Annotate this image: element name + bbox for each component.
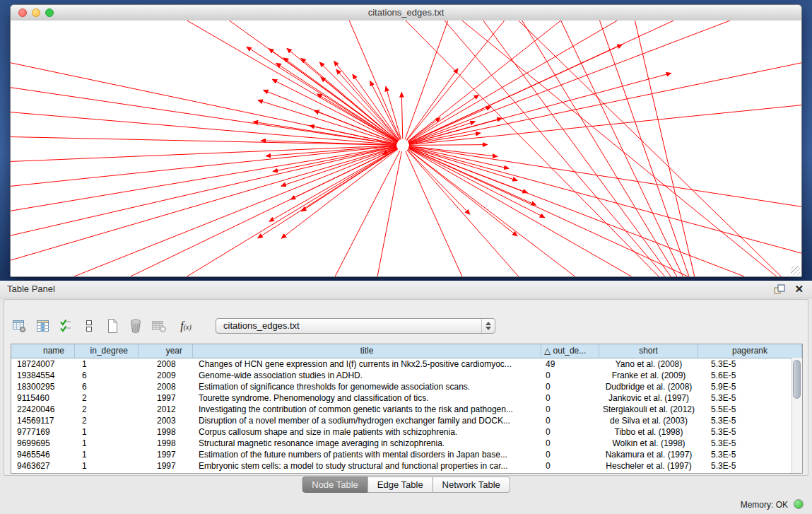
table-cell: Dudbridge et al. (2008) [599, 381, 698, 392]
table-row[interactable]: 977716911998Corpus callosum shape and si… [11, 426, 802, 438]
table-cell: 1 [75, 358, 139, 370]
table-cell: Tibbo et al. (1998) [599, 426, 698, 438]
table-cell: 14569117 [11, 415, 75, 426]
application-window: citations_edges.txt [0, 0, 812, 514]
create-table-button[interactable] [104, 318, 121, 334]
table-cell: 5.3E-5 [698, 460, 802, 472]
table-row[interactable]: 946362711997Embryonic stem cells: a mode… [11, 460, 802, 472]
function-icon: f(x) [180, 320, 192, 332]
table-cell: 1 [75, 460, 139, 472]
table-cell: 18300295 [11, 381, 75, 392]
attribute-table: namein_degreeyeartitle△ out_de...shortpa… [11, 344, 803, 474]
graph-edge [401, 93, 403, 139]
tab-node-table[interactable]: Node Table [302, 477, 368, 493]
column-header-short[interactable]: short [599, 344, 698, 358]
table-cell: 0 [541, 404, 599, 415]
tab-edge-table[interactable]: Edge Table [368, 477, 433, 493]
network-window-titlebar: citations_edges.txt [11, 5, 801, 21]
table-row[interactable]: 911546021997Tourette syndrome. Phenomeno… [11, 392, 802, 404]
table-cell: 6 [75, 370, 139, 381]
close-icon: ✕ [794, 283, 804, 295]
network-canvas[interactable] [11, 21, 801, 276]
graph-edge [408, 21, 618, 142]
column-header-name[interactable]: name [11, 344, 75, 358]
graph-edge [11, 146, 396, 186]
table-row[interactable]: 1872400712008Changes of HCN gene express… [11, 358, 802, 370]
dropdown-arrows-icon [481, 319, 495, 333]
table-cell: 0 [541, 370, 599, 381]
table-cell: 5.3E-5 [698, 392, 802, 404]
table-cell: 19384554 [11, 370, 75, 381]
table-cell: 0 [541, 449, 599, 460]
table-row[interactable]: 946554611997Estimation of the future num… [11, 449, 802, 460]
graph-edge [187, 21, 398, 142]
graph-edge [600, 21, 706, 276]
rows-icon [84, 319, 94, 333]
table-cell: Embryonic stem cells: a model to study s… [193, 460, 541, 472]
graph-edge [445, 21, 705, 276]
function-builder-button[interactable]: f(x) [174, 318, 198, 334]
table-cell: 49 [541, 358, 599, 370]
table-options-button[interactable] [11, 318, 28, 334]
show-columns-button[interactable] [34, 318, 51, 334]
table-cell: 0 [541, 381, 599, 392]
trash-icon [129, 318, 143, 334]
table-cell: Estimation of the future numbers of pati… [193, 449, 541, 460]
table-cell: 5.3E-5 [698, 415, 802, 426]
table-cell: Nakamura et al. (1997) [599, 449, 698, 460]
table-selector[interactable]: citations_edges.txt [216, 318, 495, 334]
table-cell: Stergiakouli et al. (2012) [599, 404, 698, 415]
delete-table-button[interactable] [127, 318, 144, 334]
table-header-row: namein_degreeyeartitle△ out_de...shortpa… [11, 344, 802, 358]
memory-status-label: Memory: OK [741, 500, 788, 510]
column-header-in-degree[interactable]: in_degree [75, 344, 139, 358]
table-cell: 2 [75, 404, 139, 415]
delete-column-button[interactable] [151, 318, 167, 334]
table-cell: 5.3E-5 [698, 438, 802, 449]
table-cell: 2003 [139, 415, 193, 426]
table-cell: 9115460 [11, 392, 75, 404]
table-cell: 2 [75, 415, 139, 426]
table-row[interactable]: 1456911722003Disruption of a novel membe… [11, 415, 802, 426]
table-row[interactable]: 2242004622012Investigating the contribut… [11, 404, 802, 415]
column-header-pagerank[interactable]: pagerank [698, 344, 802, 358]
column-header-year[interactable]: year [139, 344, 193, 358]
column-header-title[interactable]: title [193, 344, 541, 358]
graph-edge [258, 148, 398, 238]
float-panel-button[interactable] [774, 284, 785, 294]
close-panel-button[interactable]: ✕ [794, 282, 804, 296]
table-cell: 1 [75, 426, 139, 438]
network-desktop: citations_edges.txt [0, 0, 812, 281]
table-row[interactable]: 969969511998Structural magnetic resonanc… [11, 438, 802, 449]
float-window-icon [774, 284, 785, 294]
select-columns-button[interactable] [57, 318, 74, 334]
table-cell: Hescheler et al. (1997) [599, 460, 698, 472]
table-panel-title: Table Panel [7, 281, 55, 298]
graph-edge [319, 62, 398, 141]
graph-edge [408, 148, 688, 276]
column-header-out-de[interactable]: △ out_de... [541, 344, 599, 358]
graph-edge [408, 148, 632, 276]
table-panel-header: Table Panel ✕ [0, 281, 812, 298]
vertical-scrollbar[interactable] [792, 358, 802, 473]
table-cell: 1997 [139, 392, 193, 404]
table-row[interactable]: 1830029562008Estimation of significance … [11, 381, 802, 392]
resize-grip-icon[interactable] [791, 266, 800, 275]
table-cell: Investigating the contribution of common… [193, 404, 541, 415]
graph-edge [409, 63, 801, 144]
graph-edge [409, 105, 801, 145]
network-window: citations_edges.txt [10, 4, 802, 277]
tab-network-table[interactable]: Network Table [433, 477, 510, 493]
table-panel-body: f(x) citations_edges.txt namein_degreeye… [4, 299, 808, 476]
row-height-button[interactable] [81, 318, 98, 334]
network-graph[interactable] [11, 21, 801, 276]
graph-edge [483, 21, 705, 276]
scrollbar-thumb[interactable] [793, 360, 801, 399]
table-row[interactable]: 1938455462009Genome-wide association stu… [11, 370, 802, 381]
table-cell: 5.3E-5 [698, 449, 802, 460]
table-cell: 1998 [139, 438, 193, 449]
graph-edge [409, 145, 488, 146]
graph-edge [353, 74, 399, 140]
new-document-icon [105, 318, 119, 334]
graph-edge [74, 148, 397, 276]
